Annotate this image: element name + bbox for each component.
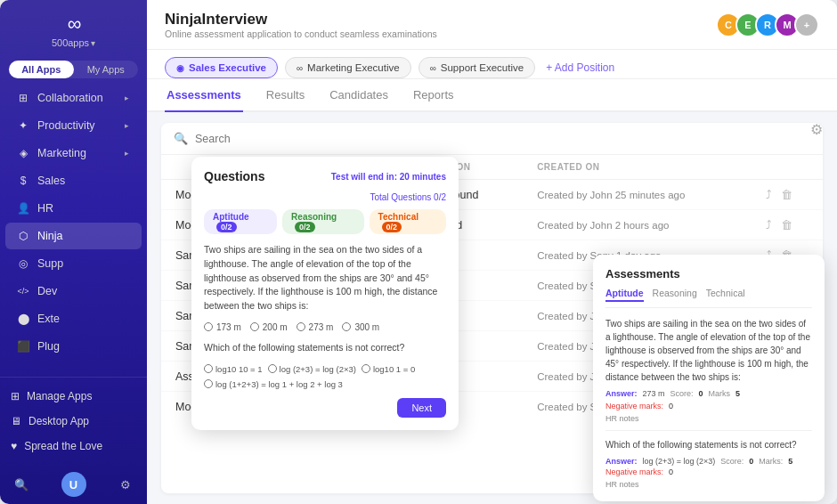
plug-icon: ⬛ [16, 339, 30, 354]
desktop-icon: 🖥 [11, 415, 21, 427]
manage-apps-icon: ⊞ [11, 390, 20, 402]
assessments-popup-title: Assessments [605, 267, 812, 280]
row-created-on: Created by John 25 minutes ago [523, 180, 752, 210]
hr-icon: 👤 [16, 201, 30, 215]
settings-wrapper: ⚙ [810, 121, 823, 138]
cat-technical[interactable]: Technical 0/2 [370, 209, 446, 234]
productivity-icon: ✦ [16, 118, 30, 133]
sidebar-item-hr[interactable]: 👤 HR [5, 195, 142, 222]
pos-label: Support Executive [441, 62, 524, 73]
page-settings-icon[interactable]: ⚙ [810, 122, 823, 137]
score2-value: 0 [749, 457, 753, 466]
score-value: 0 [699, 389, 703, 398]
sidebar-item-supp[interactable]: ◎ Supp [5, 250, 142, 277]
row-created-on: Created by John 2 hours ago [523, 210, 752, 240]
sidebar-item-marketing[interactable]: ◈ Marketing ▸ [5, 140, 142, 167]
content-area: ⚙ 🔍 MIX TIME DESCRIPTION CREATED ON [147, 112, 837, 504]
neg-label: Negative marks: [605, 402, 663, 411]
position-tab-support[interactable]: ∞ Support Executive [418, 57, 535, 78]
stmt-2[interactable]: log (2+3) = log (2×3) [268, 364, 356, 374]
marks-value: 5 [735, 389, 740, 398]
stmt-1[interactable]: log10 10 = 1 [204, 364, 263, 374]
search-icon: 🔍 [174, 132, 188, 145]
sidebar-bottom: ⊞ Manage Apps 🖥 Desktop App ♥ Spread the… [0, 377, 147, 465]
option-3[interactable]: 273 m [297, 322, 334, 332]
assess-answer-row: Answer: 273 m Score: 0 Marks 5 [605, 389, 812, 398]
chevron-icon: ▸ [125, 121, 129, 130]
score2-label: Score: [720, 457, 744, 466]
score-label: Score: [670, 389, 694, 398]
spread-love-label: Spread the Love [24, 440, 102, 452]
sidebar-nav: ⊞ Collaboration ▸ ✦ Productivity ▸ ◈ Mar… [0, 84, 147, 377]
main-header: NinjaInterview Online assessment applica… [147, 0, 837, 50]
assess-tab-reasoning[interactable]: Reasoning [653, 288, 697, 302]
sidebar-bottom-bar: 🔍 U ⚙ [0, 465, 147, 504]
tab-my-apps[interactable]: My Apps [74, 61, 139, 78]
sidebar: ∞ 500apps ▾ All Apps My Apps ⊞ Collabora… [0, 0, 147, 504]
share-icon[interactable]: ⤴ [766, 188, 772, 201]
option-2[interactable]: 200 m [250, 322, 288, 332]
sidebar-item-label: Ninja [37, 230, 63, 242]
col-created-on: CREATED ON [523, 155, 752, 180]
col-actions [752, 155, 823, 180]
manage-apps-label: Manage Apps [27, 390, 92, 402]
assessments-popup: Assessments Aptitude Reasoning Technical… [593, 255, 825, 501]
assess-tab-aptitude[interactable]: Aptitude [605, 288, 644, 302]
sidebar-item-label: Collaboration [37, 92, 103, 104]
answer-label: Answer: [605, 389, 638, 398]
supp-icon: ◎ [16, 256, 30, 271]
assess-q2: Which of the following statements is not… [605, 438, 812, 451]
sidebar-item-ninja[interactable]: ⬡ Ninja [5, 223, 142, 249]
stmt-3[interactable]: log10 1 = 0 [362, 364, 415, 374]
position-tab-marketing[interactable]: ∞ Marketing Executive [285, 57, 411, 78]
tab-results[interactable]: Results [264, 79, 306, 112]
answer2-value: log (2+3) = log (2×3) [643, 457, 716, 466]
desktop-app-link[interactable]: 🖥 Desktop App [11, 411, 136, 431]
assess-q1: Two ships are sailing in the sea on the … [605, 317, 812, 384]
search-icon[interactable]: 🔍 [11, 474, 32, 495]
row-actions: ⤴ 🗑 [752, 180, 823, 210]
assess-answer2-row: Answer: log (2+3) = log (2×3) Score: 0 M… [605, 457, 812, 466]
delete-icon[interactable]: 🗑 [781, 188, 792, 201]
tab-reports[interactable]: Reports [411, 79, 456, 112]
sidebar-item-plug[interactable]: ⬛ Plug [5, 333, 142, 360]
spread-love-link[interactable]: ♥ Spread the Love [11, 436, 136, 456]
sidebar-item-ext[interactable]: ⬤ Exte [5, 305, 142, 332]
assess-neg-row: Negative marks: 0 [605, 402, 812, 411]
option-1[interactable]: 173 m [204, 322, 241, 332]
main-content: NinjaInterview Online assessment applica… [147, 0, 837, 504]
settings-icon[interactable]: ⚙ [115, 474, 136, 495]
add-position-button[interactable]: + Add Position [546, 61, 614, 74]
tab-assessments[interactable]: Assessments [165, 79, 243, 112]
sidebar-item-label: Marketing [37, 147, 86, 159]
sidebar-item-label: Dev [37, 285, 57, 297]
neg2-label: Negative marks: [605, 467, 663, 476]
cat-aptitude[interactable]: Aptitude 0/2 [204, 209, 277, 234]
sidebar-item-collaboration[interactable]: ⊞ Collaboration ▸ [5, 85, 142, 111]
sidebar-item-dev[interactable]: </> Dev [5, 278, 142, 305]
manage-apps-link[interactable]: ⊞ Manage Apps [11, 386, 136, 406]
share-icon[interactable]: ⤴ [766, 218, 772, 232]
collaboration-icon: ⊞ [16, 91, 30, 105]
position-tab-sales[interactable]: ◉ Sales Executive [165, 57, 278, 78]
pos-label: Sales Executive [189, 62, 266, 73]
app-subtitle: Online assessment application to conduct… [165, 28, 437, 39]
tab-candidates[interactable]: Candidates [328, 79, 390, 112]
next-button[interactable]: Next [397, 398, 446, 418]
row-actions: ⤴ 🗑 [752, 210, 823, 240]
sales-icon: $ [16, 174, 30, 188]
sidebar-item-sales[interactable]: $ Sales [5, 167, 142, 194]
marketing-icon: ◈ [16, 146, 30, 160]
cat-reasoning[interactable]: Reasoning 0/2 [282, 209, 364, 234]
answer-value: 273 m [643, 389, 665, 398]
ninja-icon: ⬡ [16, 229, 30, 243]
tab-all-apps[interactable]: All Apps [9, 61, 74, 78]
avatar-more[interactable]: + [794, 12, 819, 37]
assess-tab-technical[interactable]: Technical [706, 288, 745, 302]
user-avatar[interactable]: U [61, 472, 86, 497]
search-input[interactable] [195, 133, 810, 145]
stmt-4[interactable]: log (1+2+3) = log 1 + log 2 + log 3 [204, 379, 343, 389]
sidebar-item-productivity[interactable]: ✦ Productivity ▸ [5, 112, 142, 139]
option-4[interactable]: 300 m [342, 322, 379, 332]
delete-icon[interactable]: 🗑 [781, 218, 792, 232]
